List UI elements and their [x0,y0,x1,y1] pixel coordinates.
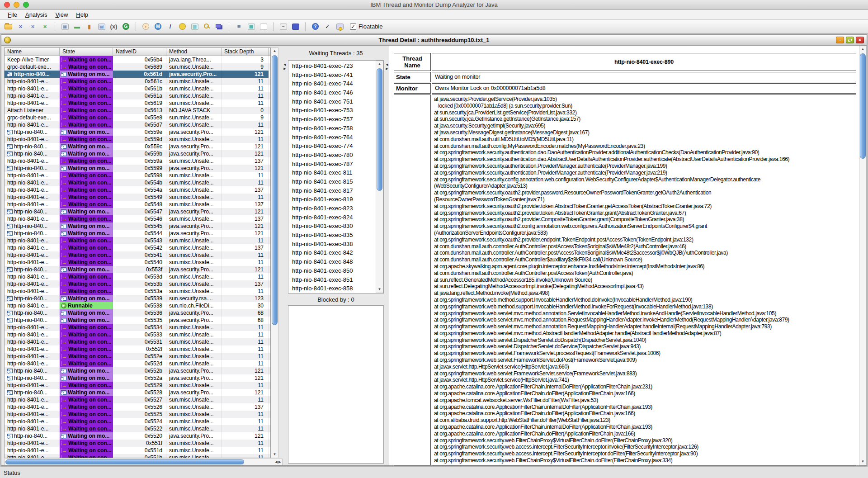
waiting-thread-item[interactable]: http-nio-8401-exec-723 [288,62,376,71]
waiting-thread-item[interactable]: http-nio-8401-exec-764 [288,133,376,142]
thermometer-button[interactable]: ▮ [85,22,94,31]
expand-right-icon[interactable]: ▶ [283,67,286,70]
scroll-down-icon[interactable]: ▼ [378,286,382,293]
table-row[interactable]: http-nio-8401-e...→Waiting on con...0x55… [5,324,270,331]
table-row[interactable]: http-nio-8401-e...→Waiting on con...0x55… [5,136,270,143]
table-row[interactable]: Attach Listener→Waiting on con...0x5613N… [5,107,270,114]
gc-clock-button[interactable]: G [121,22,131,31]
thread-list-button[interactable]: ≡ [234,22,244,31]
table-row[interactable]: http-nio-8401-e...→Waiting on con...0x56… [5,85,270,92]
waiting-thread-item[interactable]: http-nio-8401-exec-838 [288,240,376,249]
table-row[interactable]: http-nio-8401-e...→Waiting on con...0x55… [5,201,270,208]
key-button[interactable] [202,22,212,31]
table-row[interactable]: http-nio-840...Waiting on mo...0x552ajav… [5,374,270,382]
scroll-up-icon[interactable]: ▲ [861,46,865,52]
compare-window-button[interactable] [259,22,268,31]
scroll-up-icon[interactable]: ▲ [273,48,277,54]
waiting-thread-item[interactable]: http-nio-8401-exec-835 [288,231,376,240]
collapse-left-icon[interactable]: ◀ [283,63,286,66]
variable-button[interactable]: (x) [109,22,118,31]
table-row[interactable]: http-nio-840...Waiting on mo...0x561djav… [5,71,270,78]
waiting-thread-item[interactable]: http-nio-8401-exec-751 [288,97,376,106]
table-row[interactable]: http-nio-8401-e...→Waiting on con...0x56… [5,92,270,99]
table-row[interactable]: http-nio-8401-e...→Waiting on con...0x55… [5,157,270,165]
native-quill-button[interactable]: / [165,22,175,31]
waiting-thread-item[interactable]: http-nio-8401-exec-774 [288,142,376,151]
scroll-down-icon[interactable]: ▼ [861,459,865,465]
table-row[interactable]: http-nio-8401-e...→Waiting on con...0x55… [5,121,270,128]
table-row[interactable]: http-nio-8401-e...→Waiting on con...0x55… [5,288,270,295]
table-row[interactable]: http-nio-840...Waiting on mo...0x559ejav… [5,128,270,136]
cascade-windows-button[interactable] [214,22,224,31]
column-header-name[interactable]: Name [5,48,60,56]
table-row[interactable]: http-nio-840...Waiting on mo...0x5535jav… [5,317,270,324]
waiting-list-vscrollbar[interactable]: ▲ ▼ [376,61,383,293]
table-row[interactable]: http-nio-8401-e...→Waiting on con...0x55… [5,418,270,425]
table-row[interactable]: http-nio-8401-e...→Waiting on con...0x55… [5,259,270,266]
frame-close-button[interactable]: × [856,37,864,43]
table-row[interactable]: Keep-Alive-Timer→Waiting on con...0x56b4… [5,56,270,63]
close-file-button[interactable]: × [16,22,25,31]
split-divider-right[interactable]: ◀ ▶ [385,46,389,465]
blocked-by-list[interactable] [288,305,384,464]
menu-file[interactable]: File [4,11,21,18]
table-row[interactable]: http-nio-8401-e...→Waiting on con...0x55… [5,244,270,251]
waiting-thread-item[interactable]: http-nio-8401-exec-848 [288,257,376,266]
gear-button[interactable] [178,22,187,31]
ruler-button[interactable]: ▬ [72,22,82,31]
split-divider-left[interactable]: ◀ ▶ [283,46,287,465]
minimize-window-icon[interactable] [14,2,19,8]
frame-minimize-button[interactable]: – [836,37,844,43]
minimized-window-button[interactable]: – [278,22,288,31]
table-row[interactable]: http-nio-8401-e...→Waiting on con...0x55… [5,360,270,367]
table-row[interactable]: http-nio-8401-e...→Waiting on con...0x55… [5,251,270,259]
help-button[interactable]: ? [311,22,320,31]
table-row[interactable]: http-nio-8401-e...→Waiting on con...0x55… [5,331,270,338]
table-row[interactable]: http-nio-840...Waiting on mo...0x5528jav… [5,389,270,396]
table-row[interactable]: http-nio-840...Waiting on mo...0x5539sun… [5,295,270,302]
table-row[interactable]: http-nio-8401-e...→Waiting on con...0x55… [5,403,270,411]
table-row[interactable]: http-nio-8401-e...→Waiting on con...0x55… [5,382,270,389]
waiting-thread-item[interactable]: http-nio-8401-exec-842 [288,248,376,257]
preferences-window-button[interactable] [335,22,344,31]
table-row[interactable]: http-nio-840...Waiting on mo...0x5547jav… [5,208,270,215]
table-row[interactable]: http-nio-8401-e...→Waiting on con...0x55… [5,345,270,353]
waiting-thread-item[interactable]: http-nio-8401-exec-850 [288,266,376,275]
table-row[interactable]: http-nio-8401-e...→Waiting on con...0x55… [5,425,270,432]
table-row[interactable]: http-nio-840...Waiting on mo...0x5545jav… [5,222,270,230]
column-header-stack-depth[interactable]: Stack Depth [222,48,269,56]
waiting-thread-item[interactable]: http-nio-8401-exec-815 [288,177,376,186]
table-row[interactable]: http-nio-8401-e...→Waiting on con...0x55… [5,280,270,288]
waiting-thread-item[interactable]: http-nio-8401-exec-817 [288,186,376,195]
waiting-thread-item[interactable]: http-nio-8401-exec-757 [288,115,376,124]
table-row[interactable]: http-nio-840...Waiting on mo...0x5544jav… [5,230,270,237]
detail-vscrollbar[interactable]: ▲ ▼ [859,46,867,465]
waiting-thread-item[interactable]: http-nio-8401-exec-787 [288,160,376,169]
waiting-thread-item[interactable]: http-nio-8401-exec-744 [288,79,376,88]
thread-monitor-button[interactable]: ▤ [97,22,106,31]
table-row[interactable]: http-nio-8401-e...→Waiting on con...0x56… [5,78,270,85]
waiting-thread-item[interactable]: http-nio-8401-exec-746 [288,88,376,97]
scroll-right-icon[interactable]: ▶ [278,460,281,464]
table-row[interactable]: http-nio-8401-e...→Waiting on con...0x55… [5,215,270,222]
memory-usage-button[interactable]: ▦ [60,22,70,31]
expand-right-icon[interactable]: ▶ [386,67,388,70]
open-file-button[interactable] [4,22,13,31]
monitor-grid-button[interactable]: ▩ [246,22,256,31]
waiting-thread-item[interactable]: http-nio-8401-exec-780 [288,151,376,160]
column-header-nativeid[interactable]: NativeID [113,48,166,56]
table-row[interactable]: http-nio-840...Waiting on mo...0x5520jav… [5,432,270,440]
frame-maximize-button[interactable] [846,37,854,43]
table-row[interactable]: http-nio-840...Waiting on mo...0x5599jav… [5,165,270,172]
menu-view[interactable]: View [51,11,72,18]
scroll-left-icon[interactable]: ◀ [275,460,278,464]
maximized-window-button[interactable] [291,22,300,31]
menu-help[interactable]: Help [72,11,92,18]
waiting-thread-item[interactable]: http-nio-8401-exec-830 [288,222,376,231]
table-row[interactable]: http-nio-8401-e...→Waiting on con...0x55… [5,447,270,454]
monitor-m-button[interactable]: M [153,22,163,31]
system-monitor-button[interactable]: ▥ [190,22,199,31]
table-row[interactable]: http-nio-8401-e...▶Runnable0x5538sun.nio… [5,302,270,309]
table-row[interactable]: http-nio-8401-e...→Waiting on con...0x55… [5,353,270,360]
column-header-state[interactable]: State [60,48,113,56]
